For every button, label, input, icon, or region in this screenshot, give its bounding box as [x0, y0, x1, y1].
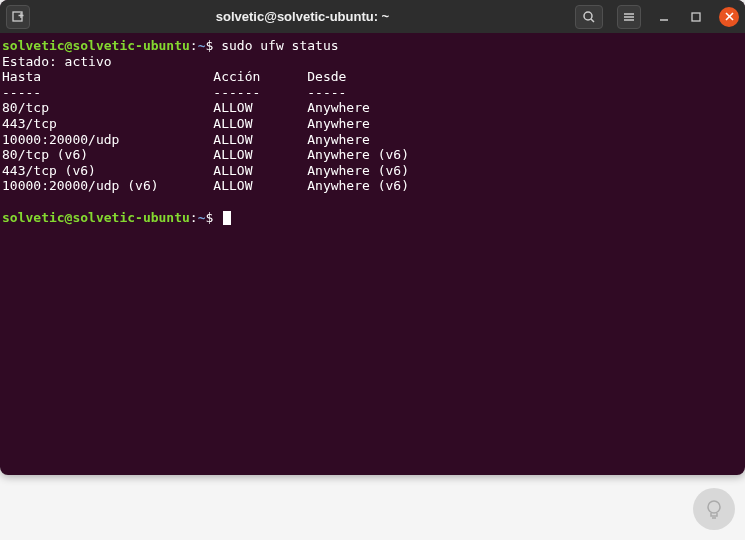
- svg-point-3: [584, 12, 592, 20]
- prompt-path: ~: [198, 38, 206, 53]
- close-icon: [725, 12, 734, 21]
- terminal-output[interactable]: solvetic@solvetic-ubuntu:~$ sudo ufw sta…: [0, 33, 745, 230]
- prompt-dollar: $: [206, 210, 214, 225]
- search-button[interactable]: [575, 5, 603, 29]
- table-divider: ----- ------ -----: [2, 85, 743, 101]
- table-row: 80/tcp (v6) ALLOW Anywhere (v6): [2, 147, 743, 163]
- cursor: [223, 211, 231, 225]
- prompt-user: solvetic@solvetic-ubuntu: [2, 210, 190, 225]
- maximize-button[interactable]: [687, 8, 705, 26]
- prompt-separator: :: [190, 38, 198, 53]
- table-row: 443/tcp (v6) ALLOW Anywhere (v6): [2, 163, 743, 179]
- svg-line-4: [591, 19, 594, 22]
- prompt-line: solvetic@solvetic-ubuntu:~$: [2, 210, 743, 226]
- svg-rect-9: [692, 13, 700, 21]
- svg-point-12: [708, 501, 720, 513]
- lightbulb-icon: [702, 497, 726, 521]
- minimize-button[interactable]: [655, 8, 673, 26]
- prompt-separator: :: [190, 210, 198, 225]
- table-header: Hasta Acción Desde: [2, 69, 743, 85]
- titlebar: solvetic@solvetic-ubuntu: ~: [0, 0, 745, 33]
- minimize-icon: [658, 11, 670, 23]
- close-button[interactable]: [719, 7, 739, 27]
- table-row: 443/tcp ALLOW Anywhere: [2, 116, 743, 132]
- prompt-dollar: $: [206, 38, 214, 53]
- blank-line: [2, 194, 743, 210]
- window-title: solvetic@solvetic-ubuntu: ~: [36, 9, 569, 24]
- search-icon: [582, 10, 596, 24]
- new-tab-icon: [11, 10, 25, 24]
- command-text: sudo ufw status: [221, 38, 338, 53]
- table-row: 10000:20000/udp (v6) ALLOW Anywhere (v6): [2, 178, 743, 194]
- prompt-path: ~: [198, 210, 206, 225]
- terminal-window: solvetic@solvetic-ubuntu: ~: [0, 0, 745, 475]
- status-line: Estado: activo: [2, 54, 743, 70]
- hamburger-icon: [622, 10, 636, 24]
- new-tab-button[interactable]: [6, 5, 30, 29]
- table-row: 80/tcp ALLOW Anywhere: [2, 100, 743, 116]
- maximize-icon: [690, 11, 702, 23]
- watermark-badge: [693, 488, 735, 530]
- table-row: 10000:20000/udp ALLOW Anywhere: [2, 132, 743, 148]
- command-line: solvetic@solvetic-ubuntu:~$ sudo ufw sta…: [2, 38, 743, 54]
- prompt-user: solvetic@solvetic-ubuntu: [2, 38, 190, 53]
- menu-button[interactable]: [617, 5, 641, 29]
